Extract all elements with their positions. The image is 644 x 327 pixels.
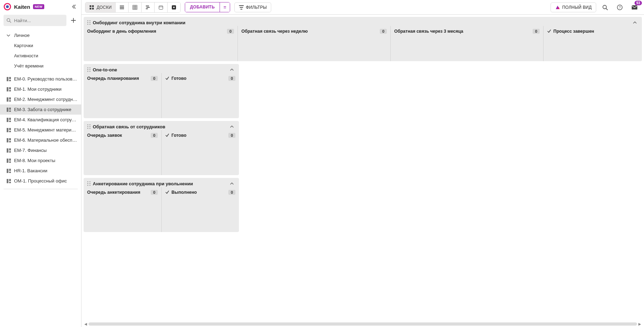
sidebar-item-space[interactable]: EM-7. Финансы <box>0 145 81 155</box>
view-timeline-button[interactable] <box>142 2 155 12</box>
board-column[interactable]: Обратная связь через 3 месяца0 <box>390 26 543 61</box>
svg-rect-8 <box>9 87 11 89</box>
add-button-label: ДОБАВИТЬ <box>190 5 215 9</box>
column-title: Обратная связь через 3 месяца <box>394 29 463 34</box>
board-icon <box>6 117 11 122</box>
add-button[interactable]: ДОБАВИТЬ <box>185 2 220 12</box>
sidebar-item-space[interactable]: EM-4. Квалификация сотрудника <box>0 115 81 125</box>
view-boards-button[interactable]: ДОСКИ <box>85 2 116 12</box>
sidebar-item-space[interactable]: EM-6. Материальное обеспечение <box>0 135 81 145</box>
fullview-button[interactable]: ПОЛНЫЙ ВИД <box>551 2 596 12</box>
svg-point-81 <box>87 183 89 184</box>
svg-rect-35 <box>9 179 11 181</box>
scroll-left-icon[interactable]: ◀ <box>84 322 88 326</box>
sidebar-item-space[interactable]: OM-1. Процессный офис <box>0 176 81 186</box>
svg-point-79 <box>87 181 89 182</box>
calendar-icon <box>158 5 164 10</box>
board-title: Обратная связь от сотрудников <box>93 124 165 129</box>
board-icon <box>6 128 11 133</box>
fullview-icon <box>555 5 560 10</box>
notifications-button[interactable]: 93 <box>629 1 640 13</box>
board-title: Онбординг сотрудника внутри компании <box>93 20 186 25</box>
check-icon <box>165 76 169 81</box>
column-count: 0 <box>228 76 235 81</box>
svg-rect-60 <box>632 5 637 9</box>
board-header: Анкетирование сотрудника при увольнении <box>84 178 239 187</box>
drag-icon[interactable] <box>87 67 91 72</box>
sidebar-item-label: EM-6. Материальное обеспечение <box>14 137 78 143</box>
sidebar-personal-section: Личное Карточки Активности Учёт времени <box>0 29 81 72</box>
svg-point-78 <box>90 128 91 129</box>
board-column[interactable]: Готово0 <box>161 130 239 175</box>
help-button[interactable]: ? <box>614 1 626 13</box>
board-icon <box>6 77 11 82</box>
board: Онбординг сотрудника внутри компанииОнбо… <box>84 17 642 61</box>
add-extra-button[interactable]: = <box>220 2 230 12</box>
svg-rect-21 <box>9 131 11 132</box>
fullview-label: ПОЛНЫЙ ВИД <box>562 5 592 10</box>
collapse-sidebar-button[interactable] <box>70 3 78 11</box>
board-column[interactable]: Готово0 <box>161 73 239 118</box>
sidebar-item-label: Карточки <box>14 43 33 48</box>
svg-point-80 <box>90 181 91 182</box>
board-icon <box>6 148 11 153</box>
svg-point-66 <box>90 24 91 25</box>
board-collapse-button[interactable] <box>228 124 235 129</box>
drag-icon[interactable] <box>87 20 91 25</box>
board-collapse-button[interactable] <box>228 181 235 186</box>
board-column[interactable]: Онбординг в день оформления0 <box>84 26 238 61</box>
search-box[interactable] <box>4 15 66 26</box>
column-header: Готово0 <box>165 133 235 138</box>
sidebar-item-activities[interactable]: Активности <box>0 51 81 61</box>
drag-icon[interactable] <box>87 181 91 186</box>
svg-rect-26 <box>9 148 11 150</box>
board-column[interactable]: Процесс завершен0 <box>543 26 644 61</box>
sidebar-item-cards[interactable]: Карточки <box>0 40 81 51</box>
sidebar-item-label: EM-8. Мои проекты <box>14 158 55 163</box>
filters-button[interactable]: ФИЛЬТРЫ <box>234 2 272 12</box>
svg-point-61 <box>87 20 89 21</box>
sidebar-item-personal[interactable]: Личное <box>0 30 81 40</box>
view-list-button[interactable] <box>116 2 129 12</box>
svg-rect-12 <box>9 100 11 102</box>
column-header: Процесс завершен0 <box>547 29 644 34</box>
view-calendar-button[interactable] <box>155 2 168 12</box>
view-present-button[interactable] <box>168 2 180 12</box>
list-icon <box>119 5 125 10</box>
board-column[interactable]: Обратная связь через неделю0 <box>238 26 390 61</box>
board-column[interactable]: Очередь заявок0 <box>84 130 161 175</box>
view-boards-label: ДОСКИ <box>97 5 112 10</box>
search-button[interactable] <box>599 1 611 13</box>
drag-icon[interactable] <box>87 124 91 129</box>
board-collapse-button[interactable] <box>631 20 638 25</box>
add-group: ДОБАВИТЬ = <box>185 2 230 12</box>
sidebar-item-space[interactable]: HR-1. Вакансии <box>0 166 81 176</box>
sidebar-item-timelog[interactable]: Учёт времени <box>0 61 81 71</box>
view-switch-group: ДОСКИ <box>85 2 181 13</box>
board-collapse-button[interactable] <box>228 67 235 72</box>
boards-area[interactable]: Онбординг сотрудника внутри компанииОнбо… <box>82 15 644 327</box>
sidebar-item-label: Активности <box>14 53 38 58</box>
sidebar-item-space[interactable]: EM-8. Мои проекты <box>0 155 81 166</box>
sidebar-item-space[interactable]: EM-3. Забота о сотруднике <box>0 104 81 115</box>
sidebar-item-space[interactable]: EM-5. Менеджмент материальног... <box>0 125 81 135</box>
scroll-right-icon[interactable]: ▶ <box>638 322 642 326</box>
horizontal-scrollbar[interactable]: ◀ ▶ <box>84 322 642 326</box>
svg-rect-13 <box>7 108 8 112</box>
board-column[interactable]: Выполнено0 <box>161 187 239 232</box>
board-icon <box>6 138 11 143</box>
board-column[interactable]: Очередь планирования0 <box>84 73 161 118</box>
column-title: Онбординг в день оформления <box>87 29 156 34</box>
svg-rect-20 <box>9 128 11 130</box>
sidebar-item-space[interactable]: EM-1. Мои сотрудники <box>0 84 81 94</box>
board-icon <box>6 107 11 112</box>
view-table-button[interactable] <box>129 2 142 12</box>
scroll-track[interactable] <box>89 322 637 326</box>
sidebar-item-space[interactable]: EM-2. Менеджмент сотрудника <box>0 94 81 104</box>
search-input[interactable] <box>13 18 64 24</box>
add-space-button[interactable] <box>69 16 78 25</box>
board-column[interactable]: Очередь анкетирования0 <box>84 187 161 232</box>
boards-icon <box>89 5 95 10</box>
sidebar-item-space[interactable]: EM-0. Руководство пользователя <box>0 74 81 84</box>
svg-rect-37 <box>90 5 91 7</box>
